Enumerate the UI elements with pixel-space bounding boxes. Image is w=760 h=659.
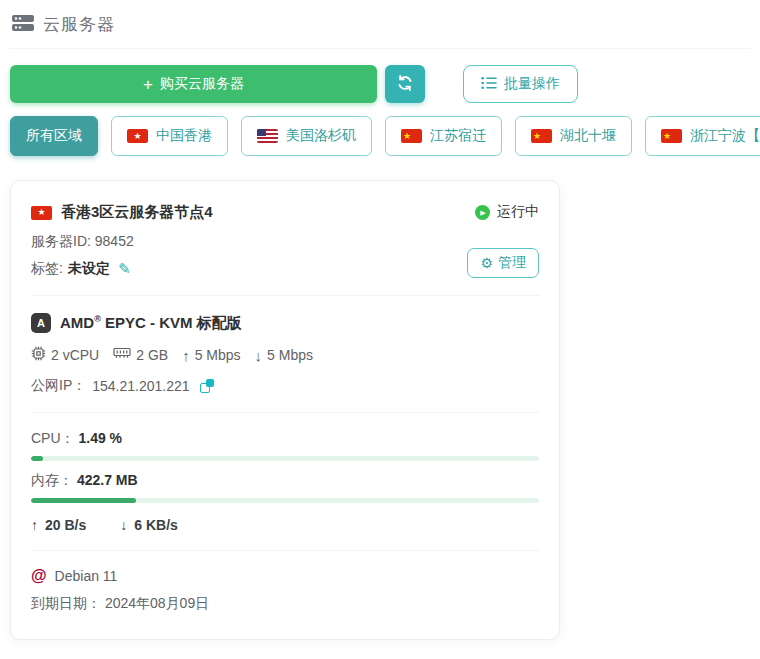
- hk-flag-icon: ★: [31, 206, 52, 220]
- cn-flag-icon: ★: [401, 129, 422, 143]
- plus-icon: +: [143, 76, 153, 93]
- region-chip-label: 美国洛杉矶: [286, 127, 356, 145]
- download-spec: ↓ 5 Mbps: [255, 347, 313, 364]
- region-chip-label: 浙江宁波【新】: [690, 127, 760, 145]
- server-os-section: @ Debian 11 到期日期： 2024年08月09日: [31, 550, 539, 613]
- server-metrics-section: CPU： 1.49 % 内存： 422.7 MB ↑ 20 B/s ↓ 6 KB…: [31, 412, 539, 533]
- ip-value: 154.21.201.221: [92, 378, 189, 394]
- region-chip-label: 中国香港: [156, 127, 212, 145]
- edit-tag-icon[interactable]: ✎: [118, 260, 131, 278]
- expire-value: 2024年08月09日: [105, 595, 209, 611]
- cpu-progress-fill: [31, 456, 43, 461]
- region-chip-label: 湖北十堰: [560, 127, 616, 145]
- server-card-header: ★ 香港3区云服务器节点4 服务器ID: 98452 标签: 未设定 ✎ ▶ 运…: [31, 203, 539, 278]
- cpu-progress-bar: [31, 456, 539, 461]
- refresh-button[interactable]: [385, 65, 425, 103]
- page-header: 云服务器: [10, 0, 750, 49]
- upload-spec: ↑ 5 Mbps: [182, 347, 240, 364]
- up-arrow-icon: ↑: [182, 347, 190, 364]
- ip-label: 公网IP：: [31, 377, 86, 395]
- toolbar: + 购买云服务器 批量操作: [10, 65, 750, 103]
- os-row: @ Debian 11: [31, 568, 539, 584]
- server-id-row: 服务器ID: 98452: [31, 233, 213, 251]
- region-chip-hubei[interactable]: ★ 湖北十堰: [515, 116, 632, 156]
- memory-usage-row: 内存： 422.7 MB: [31, 472, 539, 490]
- region-chip-all[interactable]: 所有区域: [10, 116, 98, 156]
- memory-usage-label: 内存：: [31, 472, 73, 488]
- cpu-usage-value: 1.49 %: [78, 430, 122, 446]
- server-stack-icon: [12, 14, 34, 35]
- expire-label: 到期日期：: [31, 595, 101, 611]
- tag-label: 标签:: [31, 260, 63, 278]
- cn-flag-icon: ★: [661, 129, 682, 143]
- running-play-icon: ▶: [475, 205, 490, 220]
- down-arrow-icon: ↓: [255, 347, 263, 364]
- manage-label: 管理: [498, 254, 526, 272]
- memory-usage-value: 422.7 MB: [77, 472, 138, 488]
- server-id-value: 98452: [95, 233, 134, 249]
- copy-ip-icon[interactable]: [200, 379, 214, 393]
- page-title: 云服务器: [43, 13, 115, 36]
- list-icon: [481, 76, 497, 93]
- buy-server-label: 购买云服务器: [160, 75, 244, 93]
- amd-logo-icon: A: [31, 313, 51, 333]
- hk-flag-icon: ★: [127, 129, 148, 143]
- cpu-usage-row: CPU： 1.49 %: [31, 430, 539, 448]
- gear-icon: ⚙: [480, 256, 493, 270]
- public-ip-row: 公网IP： 154.21.201.221: [31, 377, 539, 395]
- status-label: 运行中: [497, 203, 539, 221]
- network-rate-row: ↑ 20 B/s ↓ 6 KB/s: [31, 517, 539, 533]
- expire-row: 到期日期： 2024年08月09日: [31, 595, 539, 613]
- region-chip-jiangsu[interactable]: ★ 江苏宿迁: [385, 116, 502, 156]
- server-id-label: 服务器ID:: [31, 233, 91, 249]
- up-arrow-icon: ↑: [31, 517, 38, 533]
- ram-spec: 2 GB: [113, 347, 168, 363]
- download-rate: ↓ 6 KB/s: [120, 517, 178, 533]
- ram-icon: [113, 347, 131, 363]
- region-chip-label: 江苏宿迁: [430, 127, 486, 145]
- server-card: ★ 香港3区云服务器节点4 服务器ID: 98452 标签: 未设定 ✎ ▶ 运…: [10, 180, 560, 640]
- region-chip-label: 所有区域: [26, 127, 82, 145]
- tag-value: 未设定: [68, 260, 110, 278]
- batch-actions-label: 批量操作: [504, 75, 560, 93]
- os-name: Debian 11: [55, 568, 118, 584]
- memory-progress-fill: [31, 498, 136, 503]
- server-name: 香港3区云服务器节点4: [61, 203, 213, 222]
- memory-progress-bar: [31, 498, 539, 503]
- server-spec-section: A AMD® EPYC - KVM 标配版 2 vCPU: [31, 295, 539, 395]
- cpu-usage-label: CPU：: [31, 430, 75, 446]
- region-filter-bar: 所有区域 ★ 中国香港 美国洛杉矶 ★ 江苏宿迁 ★ 湖北十堰 ★ 浙江宁波【新…: [10, 116, 750, 156]
- server-tag-row: 标签: 未设定 ✎: [31, 260, 213, 278]
- buy-server-button[interactable]: + 购买云服务器: [10, 65, 377, 103]
- cn-flag-icon: ★: [531, 129, 552, 143]
- region-chip-zhejiang[interactable]: ★ 浙江宁波【新】: [645, 116, 760, 156]
- manage-button[interactable]: ⚙ 管理: [467, 248, 539, 278]
- cpu-chip-icon: [31, 346, 46, 364]
- us-flag-icon: [257, 129, 278, 143]
- region-chip-losangeles[interactable]: 美国洛杉矶: [241, 116, 372, 156]
- region-chip-hongkong[interactable]: ★ 中国香港: [111, 116, 228, 156]
- down-arrow-icon: ↓: [120, 517, 127, 533]
- refresh-icon: [396, 74, 414, 95]
- debian-logo-icon: @: [31, 568, 47, 584]
- plan-name: AMD® EPYC - KVM 标配版: [60, 314, 242, 333]
- batch-actions-button[interactable]: 批量操作: [463, 65, 578, 103]
- spec-row: 2 vCPU 2 GB ↑ 5 Mbps ↓ 5 Mbps: [31, 346, 539, 364]
- cpu-spec: 2 vCPU: [31, 346, 99, 364]
- upload-rate: ↑ 20 B/s: [31, 517, 86, 533]
- status-badge: ▶ 运行中: [475, 203, 539, 221]
